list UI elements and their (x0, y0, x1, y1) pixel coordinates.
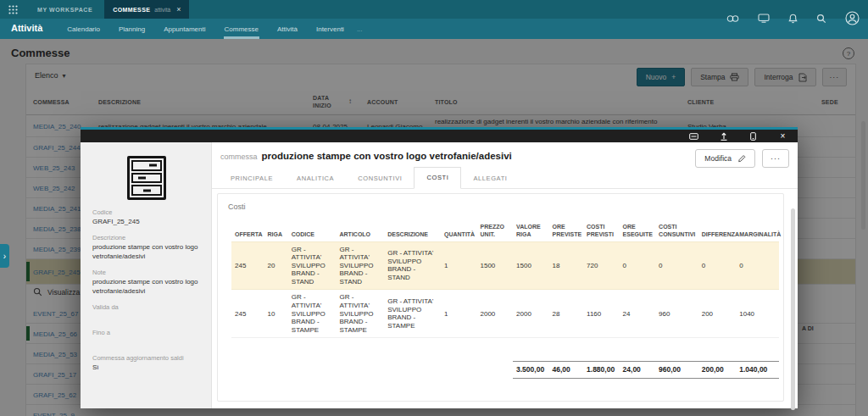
module-title: Attività (0, 19, 42, 39)
tab-close-icon[interactable]: × (176, 5, 181, 14)
field-label-fino-a: Fino a (92, 329, 201, 336)
tab-allegati[interactable]: ALLEGATI (461, 169, 519, 189)
descrizione-cell: GR - ATTIVITA' SVILUPPO BRAND - STAMPE (384, 290, 441, 338)
col-riga: RIGA (264, 221, 287, 241)
total-valore-riga: 3.500,00 (513, 362, 549, 378)
mobile-icon[interactable] (748, 132, 758, 141)
cabinet-icon (127, 156, 166, 200)
chevron-right-icon: › (3, 252, 6, 261)
link-icon[interactable] (726, 14, 739, 23)
nav-overflow[interactable]: ... (357, 19, 363, 39)
col-costi-consuntivi: COSTI CONSUNTIVI (655, 221, 698, 241)
valore-riga-cell: 1500 (513, 241, 549, 290)
field-value-codice: GRAFI_25_245 (92, 218, 201, 226)
expand-panel-tab[interactable]: › (0, 244, 9, 268)
differenza-cell: 200 (698, 290, 737, 338)
quantita-cell: 1 (441, 241, 477, 290)
workspace-tab-label: MY WORKSPACE (37, 7, 92, 13)
tab-consuntivi[interactable]: CONSUNTIVI (346, 169, 414, 189)
export-icon[interactable] (719, 132, 728, 141)
col-codice: CODICE (288, 221, 337, 241)
differenza-cell: 0 (698, 241, 737, 290)
app-grid-icon[interactable] (0, 0, 25, 19)
marginalita-cell: 1040 (736, 290, 779, 338)
workspace-tab[interactable]: MY WORKSPACE (25, 0, 104, 19)
modal-titlebar: × (81, 130, 798, 142)
col-prezzo-unit: PREZZO UNIT. (477, 221, 514, 241)
prezzo-unit-cell: 2000 (477, 290, 514, 338)
field-value-aggiornamento-saldi: Sì (92, 363, 201, 372)
articolo-cell: GR - ATTIVITA' SVILUPPO BRAND - STAND (337, 241, 385, 290)
field-value-descrizione: produzione stampe con vostro logo vetrof… (92, 243, 201, 261)
costs-table: OFFERTA RIGA CODICE ARTICOLO DESCRIZIONE… (231, 221, 779, 379)
costs-section-title: Costi (228, 202, 773, 211)
field-value-note: produzione stampe con vostro logo vetrof… (92, 278, 201, 296)
col-ore-previste: ORE PREVISTE (549, 221, 584, 241)
cost-row[interactable]: 245 20 GR - ATTIVITA' SVILUPPO BRAND - S… (231, 241, 779, 290)
col-offerta: OFFERTA (231, 221, 264, 241)
nav-item-attivita[interactable]: Attività (276, 19, 298, 39)
articolo-cell: GR - ATTIVITA' SVILUPPO BRAND - STAMPE (337, 290, 385, 338)
nav-item-calendario[interactable]: Calendario (66, 19, 101, 39)
commesse-tab[interactable]: COMMESSE attività × (104, 0, 189, 19)
col-articolo: ARTICOLO (337, 221, 385, 241)
search-icon[interactable] (816, 14, 826, 24)
ore-previste-cell: 28 (549, 290, 584, 338)
valore-riga-cell: 2000 (513, 290, 549, 338)
modal-scrollbar[interactable] (791, 208, 795, 410)
offerta-cell: 245 (231, 241, 264, 290)
modal-tabs: PRINCIPALE ANALITICA CONSUNTIVI COSTI AL… (212, 168, 798, 189)
field-label-descrizione: Descrizione (92, 234, 201, 241)
field-value-valida-da (92, 313, 201, 321)
costs-header-row: OFFERTA RIGA CODICE ARTICOLO DESCRIZIONE… (231, 221, 779, 241)
offerta-cell: 245 (231, 290, 264, 338)
cost-row[interactable]: 245 10 GR - ATTIVITA' SVILUPPO BRAND - S… (231, 290, 779, 338)
costi-consuntivi-cell: 0 (655, 241, 698, 290)
col-valore-riga: VALORE RIGA (513, 221, 549, 241)
field-label-valida-da: Valida da (92, 303, 201, 311)
nav-items: Calendario Planning Appuntamenti Commess… (66, 19, 345, 39)
prezzo-unit-cell: 1500 (477, 241, 514, 290)
modal-sidebar: Codice GRAFI_25_245 Descrizione produzio… (81, 142, 212, 408)
nav-item-planning[interactable]: Planning (118, 19, 146, 39)
bell-icon[interactable] (788, 14, 798, 24)
nav-item-interventi[interactable]: Interventi (315, 19, 345, 39)
nav-item-commesse[interactable]: Commesse (224, 19, 259, 39)
minimize-icon[interactable] (689, 132, 698, 141)
riga-link[interactable]: 20 (264, 241, 287, 290)
monitor-icon[interactable] (758, 14, 770, 23)
total-costi-previsti: 1.880,00 (583, 362, 620, 378)
modal-more-button[interactable]: ··· (762, 149, 789, 168)
codice-cell: GR - ATTIVITA' SVILUPPO BRAND - STAND (288, 241, 337, 290)
sidebar-fields: Codice GRAFI_25_245 Descrizione produzio… (92, 208, 201, 372)
costi-consuntivi-cell: 960 (655, 290, 698, 338)
riga-link[interactable]: 10 (264, 290, 287, 338)
ore-eseguite-cell: 24 (620, 290, 656, 338)
ore-eseguite-cell: 0 (620, 241, 656, 290)
avatar[interactable] (845, 11, 860, 25)
codice-cell: GR - ATTIVITA' SVILUPPO BRAND - STAMPE (288, 290, 337, 338)
quantita-cell: 1 (441, 290, 477, 338)
total-marginalita: 1.040,00 (736, 362, 779, 378)
tab-principale[interactable]: PRINCIPALE (219, 169, 285, 189)
total-costi-consuntivi: 960,00 (655, 362, 698, 378)
grid-dots-icon (8, 5, 18, 14)
modal-header: commessaproduzione stampe con vostro log… (220, 151, 512, 161)
col-costi-previsti: COSTI PREVISTI (583, 221, 620, 241)
app-screen: MY WORKSPACE COMMESSE attività × (0, 0, 868, 416)
close-icon[interactable]: × (778, 132, 787, 141)
edit-button[interactable]: Modifica (695, 149, 755, 168)
col-ore-eseguite: ORE ESEGUITE (620, 221, 656, 241)
field-value-fino-a (92, 338, 201, 347)
pencil-icon (737, 154, 746, 163)
marginalita-cell: 0 (736, 241, 779, 290)
modal-main: commessaproduzione stampe con vostro log… (212, 142, 798, 408)
tab-analitica[interactable]: ANALITICA (285, 169, 346, 189)
nav-item-appuntamenti[interactable]: Appuntamenti (163, 19, 206, 39)
total-ore-eseguite: 24,00 (620, 362, 656, 378)
commesse-tab-sublabel: attività (154, 7, 170, 13)
tab-costi[interactable]: COSTI (414, 167, 461, 189)
field-label-codice: Codice (92, 208, 201, 216)
totals-row: 3.500,00 46,00 1.880,00 24,00 960,00 200… (231, 362, 779, 378)
commessa-detail-modal: × Codice GRAFI_25_245 Descrizione produz… (81, 127, 798, 408)
